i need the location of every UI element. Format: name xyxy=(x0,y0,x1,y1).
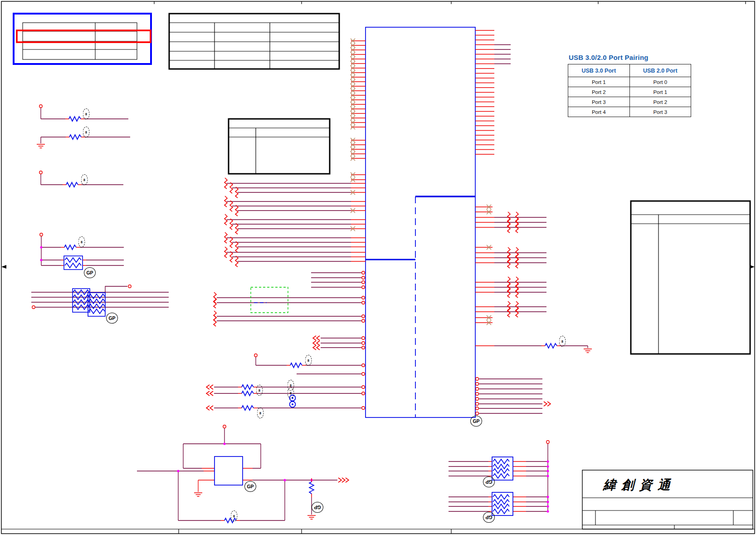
variant-stamp: 8 xyxy=(81,174,88,185)
lower-left-wires xyxy=(206,271,365,410)
table-row: Port 4 Port 3 xyxy=(568,107,691,117)
company-name: 緯創資通 xyxy=(603,476,739,494)
gp-stamp-rotated: GP xyxy=(483,512,495,523)
gp-stamp: GP xyxy=(106,313,118,324)
ic-right-bottom-bundle xyxy=(476,378,551,415)
variant-stamp: 8 xyxy=(559,336,566,347)
variant-stamp: 8 xyxy=(78,236,85,247)
usb-pairing-table: USB 3.0 Port USB 2.0 Port Port 1 Port 0 … xyxy=(568,64,691,117)
left-diff-wires xyxy=(224,178,366,267)
variant-stamp: 8 xyxy=(83,127,90,137)
ic-right-top-pins xyxy=(475,30,511,154)
variant-stamp: 8 xyxy=(257,407,264,418)
usb3-port-cell: Port 2 xyxy=(568,87,630,97)
small-ic-block xyxy=(215,456,243,485)
revision-table-highlighted xyxy=(14,14,151,64)
usb3-col-header: USB 3.0 Port xyxy=(568,64,630,77)
gp-stamp-rotated: GP xyxy=(312,502,323,513)
variant-stamp: 8 xyxy=(83,108,90,119)
variant-stamp: 8 xyxy=(288,388,294,398)
table-row: Port 2 Port 1 xyxy=(568,87,691,97)
highlight-red-box xyxy=(17,30,151,42)
ic-right-lower-pins xyxy=(475,205,592,353)
usb2-port-cell: Port 2 xyxy=(629,97,691,107)
usb2-port-cell: Port 3 xyxy=(629,107,691,117)
gp-stamp: GP xyxy=(84,267,96,278)
right-table xyxy=(631,201,750,354)
table-row: Port 3 Port 2 xyxy=(568,97,691,107)
usb3-port-cell: Port 4 xyxy=(568,107,630,117)
usb3-port-cell: Port 1 xyxy=(568,77,630,87)
gp-stamp: GP xyxy=(244,481,256,492)
green-dashed-box xyxy=(251,287,288,313)
variant-stamp: 8 xyxy=(231,510,238,521)
usb3-port-cell: Port 3 xyxy=(568,97,630,107)
gp-stamp-rotated: GP xyxy=(483,476,495,487)
left-discrete-s5 xyxy=(31,285,169,316)
usb2-col-header: USB 2.0 Port xyxy=(629,64,691,77)
usb2-port-cell: Port 1 xyxy=(629,87,691,97)
ic-main-block xyxy=(366,27,475,417)
usb2-port-cell: Port 0 xyxy=(629,77,691,87)
left-discrete-s2 xyxy=(37,135,130,148)
mid-table xyxy=(229,119,330,174)
variant-stamp: 8 xyxy=(305,355,312,366)
table-row: Port 1 Port 0 xyxy=(568,77,691,87)
gp-stamp: GP xyxy=(470,416,482,427)
schematic-sheet: USB 3.0/2.0 Port Pairing USB 3.0 Port US… xyxy=(0,0,756,535)
ic-left-pins xyxy=(351,39,366,182)
usb-pairing-title: USB 3.0/2.0 Port Pairing xyxy=(569,54,691,61)
bottom-right-packs xyxy=(449,441,549,515)
top-table xyxy=(169,14,339,69)
variant-stamp: 8 xyxy=(256,385,263,396)
